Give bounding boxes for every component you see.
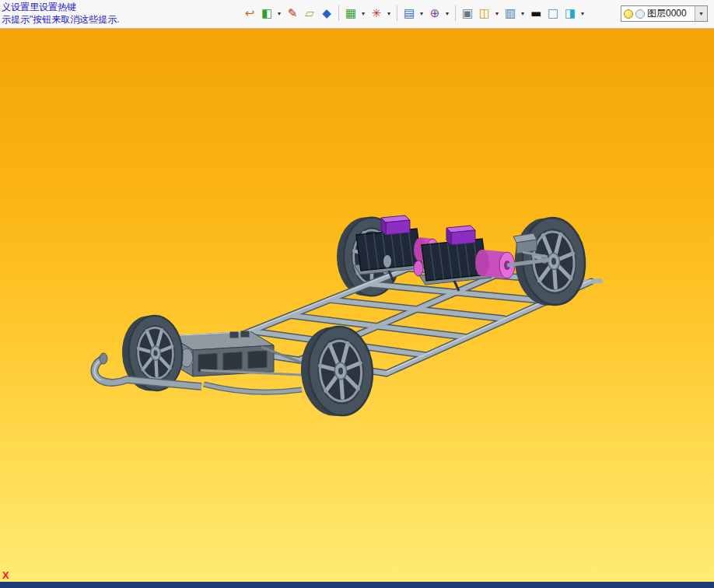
work-plane-icon: □: [545, 5, 561, 21]
fill-style-icon: ◧: [259, 5, 275, 21]
top-toolbar: 义设置里设置热键 示提示"按钮来取消这些提示. ↩ ◧ ▾ ✎ ▱ ◆ ▦ ▾ …: [0, 0, 714, 29]
layer-stack-icon: ◨: [562, 5, 578, 21]
toolbar-separator: [338, 5, 339, 21]
work-plane-button[interactable]: □: [544, 5, 562, 22]
chevron-down-icon[interactable]: ▾: [579, 5, 586, 22]
wheel-pattern-icon: ✳: [369, 5, 384, 21]
chevron-down-icon[interactable]: ▾: [275, 5, 283, 22]
plane-sketch-button[interactable]: ▱: [301, 5, 318, 22]
toolbar-buttons: ↩ ◧ ▾ ✎ ▱ ◆ ▦ ▾ ✳ ▾ ▤ ▾ ⊕ ▾ ▣ ◫ ▾ ▥ ▾ ▬ …: [241, 5, 587, 22]
frame-layout-button[interactable]: ◫: [476, 5, 493, 22]
chevron-down-icon[interactable]: ▾: [385, 5, 393, 22]
display-mode-icon: ▥: [502, 5, 518, 21]
toolbar-separator: [455, 5, 456, 21]
rear-brake-detail: [383, 255, 391, 268]
origin-marker: X: [2, 569, 9, 581]
fill-style-button[interactable]: ◧: [258, 5, 275, 22]
coupling-disc[interactable]: [414, 261, 423, 276]
frame-layout-icon: ◫: [477, 5, 492, 21]
hint-line-1: 义设置里设置热键: [2, 1, 120, 13]
exit-sketch-button[interactable]: ↩: [241, 5, 258, 22]
chevron-down-icon[interactable]: ▾: [443, 5, 451, 22]
layer-stack-button[interactable]: ◨: [562, 5, 579, 22]
color-grid-icon: ▦: [343, 5, 359, 21]
current-layer-name: 图层0000: [647, 7, 695, 20]
sketch-pen-icon: ✎: [285, 5, 300, 21]
viewport-canvas[interactable]: [0, 28, 714, 582]
layer-combo[interactable]: 图层0000 ▾: [621, 5, 708, 22]
locate-target-button[interactable]: ⊕: [426, 5, 443, 22]
cad-application-window: 义设置里设置热键 示提示"按钮来取消这些提示. ↩ ◧ ▾ ✎ ▱ ◆ ▦ ▾ …: [0, 0, 714, 588]
solid-view-button[interactable]: ◆: [318, 5, 335, 22]
wheel-pattern-button[interactable]: ✳: [368, 5, 385, 22]
hint-messages: 义设置里设置热键 示提示"按钮来取消这些提示.: [2, 1, 120, 26]
color-grid-button[interactable]: ▦: [342, 5, 359, 22]
bulb-icon: [624, 9, 633, 19]
chevron-down-icon[interactable]: ▾: [695, 6, 707, 21]
window-view-icon: ▤: [401, 5, 417, 21]
window-view-button[interactable]: ▤: [401, 5, 418, 22]
motor-right[interactable]: [419, 226, 515, 291]
viewport-pane-icon: ▣: [460, 5, 475, 21]
chevron-down-icon[interactable]: ▾: [359, 5, 367, 22]
display-mode-button[interactable]: ▥: [502, 5, 519, 22]
toolbar-separator: [397, 5, 397, 21]
chevron-down-icon[interactable]: ▾: [418, 5, 425, 22]
sketch-pen-button[interactable]: ✎: [284, 5, 301, 22]
viewport-pane-button[interactable]: ▣: [459, 5, 476, 22]
viewport-3d[interactable]: [0, 28, 714, 582]
layer-state-icon: [635, 9, 645, 19]
locate-target-icon: ⊕: [427, 5, 443, 21]
chevron-down-icon[interactable]: ▾: [493, 5, 501, 22]
exit-sketch-icon: ↩: [242, 5, 257, 21]
line-width-icon: ▬: [528, 5, 544, 21]
chassis-model[interactable]: [94, 215, 600, 418]
line-width-button[interactable]: ▬: [527, 5, 544, 22]
chevron-down-icon[interactable]: ▾: [519, 5, 527, 22]
hint-line-2: 示提示"按钮来取消这些提示.: [2, 13, 120, 26]
plane-sketch-icon: ▱: [302, 5, 317, 21]
bottom-status-bar: [0, 582, 714, 588]
solid-view-icon: ◆: [319, 5, 334, 21]
